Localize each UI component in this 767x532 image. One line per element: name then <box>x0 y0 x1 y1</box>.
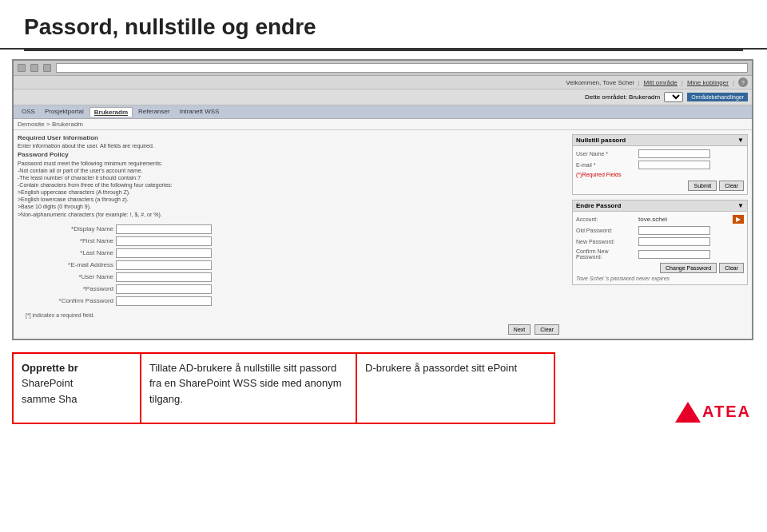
input-last-name[interactable] <box>116 248 212 258</box>
area-handler-button[interactable]: Områdebehandlinger <box>687 93 748 101</box>
address-bar[interactable] <box>56 63 748 73</box>
form-row-confirm-password: *Confirm Password <box>42 296 567 306</box>
label-last-name: *Last Name <box>42 249 113 256</box>
browser-btn-forward[interactable] <box>30 64 38 72</box>
label-username: *User Name <box>42 273 113 280</box>
form-row-first-name: *First Name <box>42 236 567 246</box>
nullstill-actions: Submit Clear <box>576 181 744 191</box>
annotation-area: Opprette br SharePointsamme Sha Tillate … <box>0 344 767 432</box>
sep1: | <box>638 79 640 86</box>
input-confirm-password[interactable] <box>116 296 212 306</box>
tab-prosjektportal[interactable]: Prosjektportal <box>41 107 88 117</box>
endre-expand-icon[interactable]: ▼ <box>737 202 744 209</box>
site-selector-bar: Dette området: Brukeradm Områdebehandlin… <box>14 89 752 105</box>
user-fields-section: *Display Name *First Name *Last Name *E-… <box>42 224 567 306</box>
help-icon: ? <box>738 77 748 87</box>
label-account: Account: <box>576 216 636 222</box>
breadcrumb-text: Demosite > Brukeradm <box>18 121 83 128</box>
policy-title: Password Policy <box>18 151 567 159</box>
input-first-name[interactable] <box>116 236 212 246</box>
endre-body: Account: tove.schei ▶ Old Password: New … <box>573 212 747 284</box>
browser-chrome <box>14 61 752 76</box>
input-password[interactable] <box>116 284 212 294</box>
label-new-password: New Password: <box>576 239 636 244</box>
content-area: Required User Information Enter informat… <box>14 130 752 339</box>
annotation-box-1: Opprette br SharePointsamme Sha <box>12 352 140 424</box>
label-password: *Password <box>42 285 113 292</box>
policy-text: Password must meet the following minimum… <box>18 160 567 218</box>
breadcrumb: Demosite > Brukeradm <box>14 119 752 130</box>
endre-title: Endre Passord <box>576 202 621 209</box>
label-first-name: *First Name <box>42 237 113 244</box>
tab-referanser[interactable]: Referanser <box>134 107 174 117</box>
input-new-password[interactable] <box>638 237 710 246</box>
page-title-area: Passord, nullstille og endre <box>0 0 767 50</box>
annotation-box-2: Tillate AD-brukere å nullstille sitt pas… <box>140 352 356 424</box>
row-confirm-new-password: Confirm New Password: <box>576 248 744 260</box>
form-row-username: *User Name <box>42 272 567 282</box>
mitt-omrade-link[interactable]: Mitt område <box>644 79 678 86</box>
label-user-name: User Name * <box>576 151 636 157</box>
mine-koblinger-link[interactable]: Mine koblinger <box>687 79 729 86</box>
annotation-2-text: Tillate AD-brukere å nullstille sitt pas… <box>149 362 342 405</box>
input-email[interactable] <box>116 260 212 270</box>
browser-btn-back[interactable] <box>18 64 26 72</box>
svg-marker-0 <box>675 402 701 423</box>
nav-tabs-row: OSS Prosjektportal Brukeradm Referanser … <box>14 105 752 119</box>
row-email-nullstill: E-mail * <box>576 161 744 169</box>
row-account: Account: tove.schei ▶ <box>576 215 744 224</box>
annotation-box-3: D-brukere å passordet sitt ePoint <box>356 352 555 424</box>
input-username[interactable] <box>116 272 212 282</box>
row-old-password: Old Password: <box>576 226 744 235</box>
endre-actions: Change Password Clear <box>576 263 744 273</box>
form-row-email: *E-mail Address <box>42 260 567 270</box>
nullstill-title: Nullstill passord <box>576 137 626 144</box>
sep3: | <box>733 79 734 86</box>
atea-logo-icon <box>674 400 702 424</box>
label-email: *E-mail Address <box>42 261 113 268</box>
endre-header: Endre Passord ▼ <box>573 200 747 212</box>
annotation-2-content: Tillate AD-brukere å nullstille sitt pas… <box>149 360 348 407</box>
page-title: Passord, nullstille og endre <box>24 14 743 40</box>
input-email-nullstill[interactable] <box>638 161 710 169</box>
nullstill-expand-icon[interactable]: ▼ <box>737 137 744 144</box>
row-new-password: New Password: <box>576 237 744 246</box>
policy-box: Required User Information Enter informat… <box>18 134 567 218</box>
site-label: Dette området: Brukeradm <box>585 93 660 101</box>
btn-submit[interactable]: Submit <box>688 181 717 191</box>
required-fields-text: (*)Required Fields <box>576 172 744 177</box>
btn-clear-nullstill[interactable]: Clear <box>719 181 744 191</box>
annotation-3-text: D-brukere å passordet sitt ePoint <box>365 360 517 376</box>
annotation-1-text: Opprette br SharePointsamme Sha <box>22 360 132 407</box>
input-user-name[interactable] <box>638 149 710 158</box>
form-row-display-name: *Display Name <box>42 224 567 234</box>
btn-clear-form[interactable]: Clear <box>535 324 559 335</box>
tab-brukeradm[interactable]: Brukeradm <box>89 107 133 117</box>
tab-intranett[interactable]: Intranett WSS <box>176 107 224 117</box>
tab-oss[interactable]: OSS <box>18 107 39 117</box>
label-old-password: Old Password: <box>576 228 636 233</box>
browser-frame: Velkommen, Tove Schei | Mitt område | Mi… <box>12 59 753 340</box>
site-selector-dropdown[interactable] <box>664 92 683 102</box>
input-old-password[interactable] <box>638 226 710 235</box>
user-form-area: Required User Information Enter informat… <box>18 134 567 335</box>
welcome-bar: Velkommen, Tove Schei | Mitt område | Mi… <box>14 76 752 89</box>
intro-text: Enter information about the user. All fi… <box>18 142 567 149</box>
welcome-text: Velkommen, Tove Schei <box>566 79 634 86</box>
input-confirm-new-password[interactable] <box>638 250 710 259</box>
account-arrow-icon[interactable]: ▶ <box>733 215 744 224</box>
section-title: Required User Information <box>18 134 567 142</box>
btn-clear-endre[interactable]: Clear <box>719 263 744 273</box>
nullstill-header: Nullstill passord ▼ <box>573 135 747 146</box>
nullstill-section: Nullstill passord ▼ User Name * E-mail *… <box>572 134 748 195</box>
btn-change-password[interactable]: Change Password <box>660 263 717 273</box>
form-actions: Next Clear <box>18 324 567 335</box>
input-display-name[interactable] <box>116 224 212 234</box>
btn-next[interactable]: Next <box>508 324 531 335</box>
password-expiry-text: Tove Schei 's password never expires <box>576 276 744 281</box>
account-value: tove.schei <box>638 216 730 223</box>
label-display-name: *Display Name <box>42 225 113 232</box>
title-divider <box>24 50 743 51</box>
browser-btn-refresh[interactable] <box>43 64 51 72</box>
label-email-nullstill: E-mail * <box>576 162 636 168</box>
